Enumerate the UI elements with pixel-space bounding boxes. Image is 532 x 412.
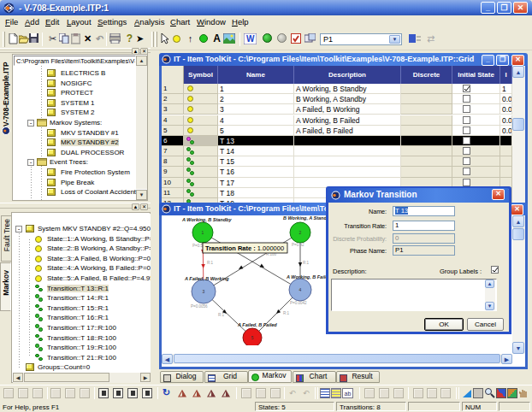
svg-text:R:1: R:1: [218, 313, 225, 317]
svg-text:P=0.42: P=0.42: [292, 243, 304, 247]
svg-text:A Working, B Failed: A Working, B Failed: [286, 274, 331, 280]
svg-text:4: 4: [299, 287, 302, 292]
svg-text:1: 1: [202, 230, 204, 235]
svg-text:R:1: R:1: [303, 261, 310, 265]
svg-text:A Working, B Standby: A Working, B Standby: [181, 217, 232, 222]
svg-text:R:1: R:1: [207, 261, 214, 265]
svg-text:Transition Rate : 1.000000: Transition Rate : 1.000000: [205, 244, 284, 252]
svg-text:2: 2: [299, 230, 302, 235]
svg-text:5: 5: [251, 335, 254, 340]
svg-text:A Failed, B Working: A Failed, B Working: [184, 276, 229, 281]
svg-text:3: 3: [203, 289, 205, 294]
svg-text:P=0.0056: P=0.0056: [191, 304, 208, 309]
svg-text:R:1: R:1: [283, 311, 290, 315]
svg-text:A Failed, B Failed: A Failed, B Failed: [237, 322, 277, 327]
svg-text:P=0.0042: P=0.0042: [290, 301, 307, 305]
svg-text:W: W: [246, 34, 255, 44]
